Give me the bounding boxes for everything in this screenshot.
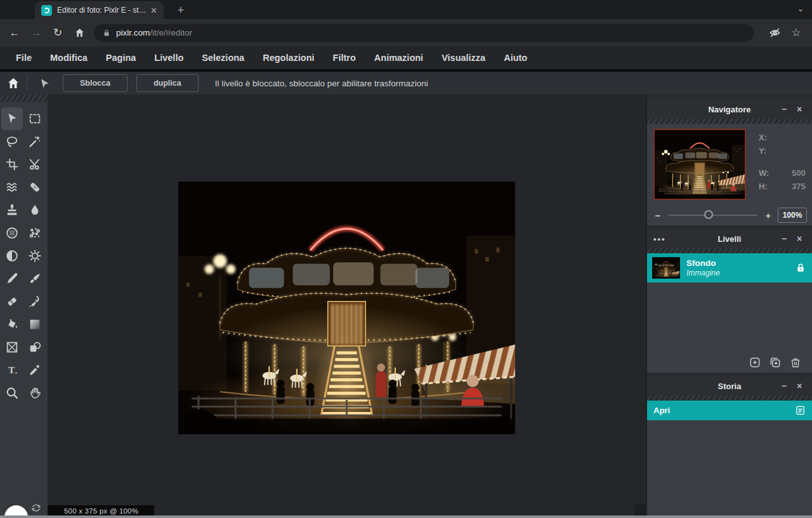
canvas-workspace[interactable]: 500 x 375 px @ 100% (48, 95, 646, 518)
menu-aiuto[interactable]: Aiuto (504, 53, 527, 63)
menu-filtro[interactable]: Filtro (333, 53, 356, 63)
zoom-slider-knob[interactable] (704, 210, 713, 219)
tool-wand-button[interactable] (24, 130, 46, 153)
zoom-out-button[interactable]: − (650, 210, 666, 221)
layer-name: Sfondo (686, 258, 794, 268)
layer-thumbnail (652, 257, 680, 279)
tool-marquee-button[interactable] (24, 107, 46, 130)
menu-seleziona[interactable]: Seleziona (202, 53, 244, 63)
menu-modifica[interactable]: Modifica (50, 53, 88, 63)
navigator-minimize-icon[interactable]: − (776, 100, 792, 119)
tool-shape-button[interactable] (24, 336, 46, 359)
layers-header[interactable]: ••• Livelli − × (647, 229, 812, 248)
tool-smudge-button[interactable] (24, 290, 46, 313)
zoom-percent-field[interactable]: 100% (778, 208, 807, 223)
menu-file[interactable]: File (16, 53, 32, 63)
tool-fill-button[interactable] (1, 313, 23, 336)
tool-frame-button[interactable] (1, 336, 23, 359)
layer-lock-icon[interactable] (794, 263, 807, 273)
forward-icon[interactable]: → (25, 22, 47, 44)
url-bar[interactable]: pixlr.com/it/e/#editor (94, 24, 754, 42)
tool-gradient-button[interactable] (24, 313, 46, 336)
new-tab-button[interactable]: + (173, 3, 189, 18)
tool-color-picker-button[interactable] (24, 359, 46, 382)
menu-pagina[interactable]: Pagina (106, 53, 136, 63)
browser-tab[interactable]: Editor di foto: Pixlr E - strumento ✕ (35, 1, 164, 19)
url-text: pixlr.com/it/e/#editor (116, 28, 192, 37)
menu-animazioni[interactable]: Animazioni (374, 53, 423, 63)
toning-icon (5, 249, 19, 263)
editor-main-area: T 500 x 375 px @ 100% Navigatore − × (0, 95, 812, 518)
tool-grid: T (0, 107, 48, 404)
navigator-drag-handle[interactable] (647, 119, 812, 124)
zoom-slider-track[interactable] (669, 215, 757, 216)
duplicate-layer-icon[interactable] (765, 356, 785, 369)
tool-blur-button[interactable] (24, 199, 46, 222)
home-screen-icon[interactable] (4, 74, 23, 93)
layer-row[interactable]: SfondoImmagine (647, 253, 812, 282)
tool-pencil-button[interactable] (1, 267, 23, 290)
back-icon[interactable]: ← (4, 22, 25, 44)
layer-list: SfondoImmagine (647, 253, 812, 282)
tool-retouch-button[interactable] (1, 222, 23, 244)
home-icon[interactable] (69, 22, 90, 44)
liquify-icon (5, 180, 19, 194)
navigator-close-icon[interactable]: × (792, 100, 807, 119)
history-item[interactable]: Apri (647, 401, 812, 420)
swap-colors-icon[interactable] (30, 503, 43, 514)
menu-livello[interactable]: Livello (154, 53, 183, 63)
layers-footer (647, 352, 812, 373)
tool-arrange-button[interactable] (1, 107, 23, 130)
bookmark-star-icon[interactable]: ☆ (785, 22, 807, 44)
tool-disperse-button[interactable] (24, 222, 46, 244)
tool-clone-button[interactable] (1, 199, 23, 222)
navigator-header[interactable]: Navigatore − × (647, 100, 812, 119)
delete-layer-icon[interactable] (785, 356, 806, 369)
navigator-thumbnail[interactable] (653, 129, 746, 200)
canvas-image[interactable] (178, 182, 515, 434)
eye-hidden-icon[interactable] (764, 22, 785, 44)
tool-crop-button[interactable] (1, 153, 23, 176)
history-header[interactable]: Storia − × (647, 376, 812, 395)
add-layer-icon[interactable] (745, 356, 765, 369)
tool-lasso-button[interactable] (1, 130, 23, 153)
tool-zoom-button[interactable] (1, 382, 23, 404)
duplicate-button[interactable]: duplica (136, 74, 199, 92)
menu-visualizza[interactable]: Visualizza (442, 53, 485, 63)
tool-eraser-button[interactable] (1, 290, 23, 313)
tool-cutout-button[interactable] (24, 153, 46, 176)
tool-hand-button[interactable] (24, 382, 46, 404)
tool-heal-button[interactable] (24, 176, 46, 199)
h-label: H: (759, 182, 768, 191)
fill-icon (5, 317, 19, 331)
history-item-label: Apri (653, 406, 795, 415)
history-minimize-icon[interactable]: − (776, 376, 792, 395)
window-bottom-edge (0, 515, 812, 518)
menu-regolazioni[interactable]: Regolazioni (263, 53, 314, 63)
navigator-body: X: Y: W:500 H:375 − + 100% (647, 124, 812, 225)
layer-texts: SfondoImmagine (686, 258, 794, 277)
history-close-icon[interactable]: × (792, 376, 807, 395)
layers-drag-handle[interactable] (647, 248, 812, 253)
right-panel-column: Navigatore − × X: Y: W:500 H:375 − (647, 95, 812, 518)
zoom-in-button[interactable]: + (760, 210, 776, 221)
heal-icon (28, 180, 42, 194)
layers-close-icon[interactable]: × (792, 229, 807, 248)
reload-icon[interactable]: ↻ (47, 22, 69, 44)
history-drag-handle[interactable] (647, 395, 812, 401)
tool-liquify-button[interactable] (1, 176, 23, 199)
window-chevron-icon[interactable]: ⌄ (794, 3, 807, 14)
layers-minimize-icon[interactable]: − (776, 229, 792, 248)
navigator-info: X: Y: W:500 H:375 (759, 133, 806, 195)
palette-drag-handle[interactable] (0, 95, 48, 102)
text-icon: T (5, 363, 19, 377)
tool-sharpen-button[interactable] (24, 244, 46, 267)
eraser-icon (5, 295, 19, 309)
unlock-button[interactable]: Sblocca (63, 74, 128, 92)
tool-toning-button[interactable] (1, 244, 23, 267)
tab-close-icon[interactable]: ✕ (149, 6, 159, 15)
tool-text-button[interactable]: T (1, 359, 23, 382)
cutout-icon (28, 157, 42, 171)
tool-brush-button[interactable] (24, 267, 46, 290)
blur-icon (28, 203, 42, 217)
